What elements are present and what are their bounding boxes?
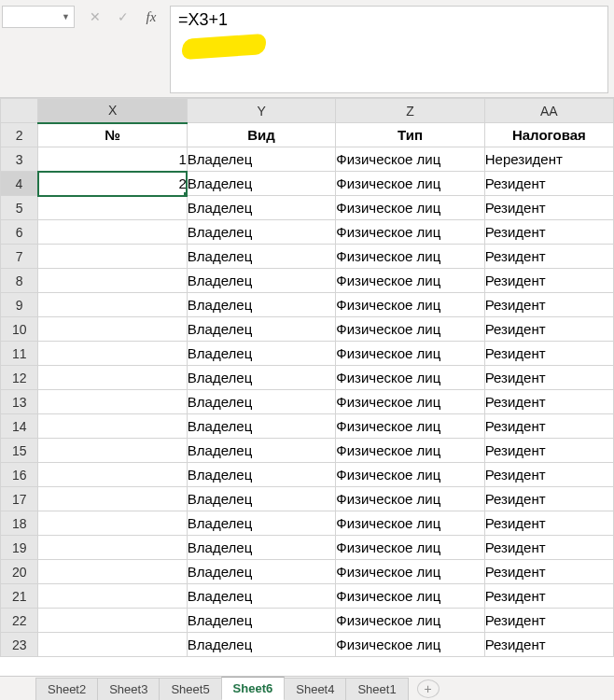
cell[interactable]: Владелец [187, 560, 335, 584]
row-header[interactable]: 15 [1, 439, 38, 463]
cell[interactable]: Владелец [187, 511, 335, 536]
accept-icon[interactable]: ✓ [110, 6, 136, 28]
cell[interactable] [38, 414, 187, 439]
cell[interactable]: Физическое лиц [336, 245, 484, 269]
cell[interactable]: Владелец [187, 342, 335, 366]
cell[interactable]: Вид [187, 123, 335, 147]
cell[interactable] [38, 317, 187, 342]
row-header[interactable]: 10 [1, 317, 38, 342]
row-header[interactable]: 16 [1, 463, 38, 487]
cell[interactable]: Владелец [187, 390, 335, 414]
row-header[interactable]: 12 [1, 366, 38, 390]
cell[interactable]: Резидент [484, 390, 613, 414]
cell[interactable] [38, 439, 187, 463]
cancel-icon[interactable]: ✕ [82, 6, 108, 28]
cell[interactable]: Резидент [484, 196, 613, 220]
column-header-Y[interactable]: Y [187, 99, 335, 123]
cell[interactable]: Резидент [484, 220, 613, 245]
select-all-corner[interactable] [1, 99, 38, 123]
cell[interactable]: Физическое лиц [336, 609, 484, 633]
cell[interactable]: Физическое лиц [336, 317, 484, 342]
cell[interactable]: 2 [38, 172, 187, 196]
row-header[interactable]: 5 [1, 196, 38, 220]
cell[interactable]: Резидент [484, 245, 613, 269]
cell[interactable]: Владелец [187, 269, 335, 293]
cell[interactable]: Физическое лиц [336, 196, 484, 220]
cell[interactable]: Резидент [484, 633, 613, 657]
cell[interactable]: Физическое лиц [336, 269, 484, 293]
cell[interactable]: Резидент [484, 293, 613, 317]
row-header[interactable]: 11 [1, 342, 38, 366]
cell[interactable]: Резидент [484, 342, 613, 366]
row-header[interactable]: 8 [1, 269, 38, 293]
row-header[interactable]: 4 [1, 172, 38, 196]
cell[interactable] [38, 342, 187, 366]
cell[interactable]: Владелец [187, 633, 335, 657]
row-header[interactable]: 23 [1, 633, 38, 657]
cell[interactable]: Физическое лиц [336, 463, 484, 487]
cell[interactable]: Физическое лиц [336, 293, 484, 317]
cell[interactable]: Резидент [484, 560, 613, 584]
row-header[interactable]: 3 [1, 147, 38, 172]
cell[interactable]: Физическое лиц [336, 560, 484, 584]
cell[interactable]: Владелец [187, 245, 335, 269]
cell[interactable]: Резидент [484, 366, 613, 390]
cell[interactable]: Физическое лиц [336, 390, 484, 414]
cell[interactable] [38, 536, 187, 560]
cell[interactable]: Владелец [187, 220, 335, 245]
cell[interactable]: Тип [336, 123, 484, 147]
cell[interactable]: Физическое лиц [336, 147, 484, 172]
cell[interactable] [38, 609, 187, 633]
cell[interactable] [38, 463, 187, 487]
cell[interactable]: Владелец [187, 487, 335, 511]
row-header[interactable]: 20 [1, 560, 38, 584]
cell[interactable]: Налоговая [484, 123, 613, 147]
cell[interactable] [38, 560, 187, 584]
cell[interactable]: Резидент [484, 269, 613, 293]
sheet-tab[interactable]: Sheet4 [284, 678, 346, 700]
cell[interactable]: 1 [38, 147, 187, 172]
cell[interactable]: Владелец [187, 293, 335, 317]
cell[interactable]: Резидент [484, 172, 613, 196]
sheet-tab[interactable]: Sheet6 [221, 677, 286, 700]
sheet-tab[interactable]: Sheet5 [159, 678, 221, 700]
cell[interactable]: Физическое лиц [336, 439, 484, 463]
sheet-tab[interactable]: Sheet2 [35, 678, 98, 700]
fx-icon[interactable]: fx [138, 6, 164, 28]
cell[interactable] [38, 269, 187, 293]
cell[interactable]: Физическое лиц [336, 536, 484, 560]
cell[interactable]: Физическое лиц [336, 511, 484, 536]
cell[interactable]: Владелец [187, 463, 335, 487]
cell[interactable] [38, 366, 187, 390]
cell[interactable]: Резидент [484, 511, 613, 536]
cell[interactable]: Владелец [187, 366, 335, 390]
cell[interactable]: Владелец [187, 317, 335, 342]
cell[interactable] [38, 511, 187, 536]
row-header[interactable]: 9 [1, 293, 38, 317]
column-header-AA[interactable]: AA [484, 99, 613, 123]
row-header[interactable]: 22 [1, 609, 38, 633]
cell[interactable]: Физическое лиц [336, 633, 484, 657]
cell[interactable]: Физическое лиц [336, 366, 484, 390]
cell[interactable] [38, 196, 187, 220]
cell[interactable]: Резидент [484, 317, 613, 342]
cell[interactable] [38, 293, 187, 317]
cell[interactable]: Владелец [187, 584, 335, 609]
row-header[interactable]: 21 [1, 584, 38, 609]
cell[interactable]: Резидент [484, 609, 613, 633]
column-header-X[interactable]: X [38, 99, 187, 123]
cell[interactable]: Резидент [484, 584, 613, 609]
cell[interactable]: Физическое лиц [336, 584, 484, 609]
cell[interactable] [38, 487, 187, 511]
row-header[interactable]: 17 [1, 487, 38, 511]
cell[interactable]: Владелец [187, 439, 335, 463]
sheet-tab[interactable]: Sheet3 [97, 678, 160, 700]
cell[interactable]: Нерезидент [484, 147, 613, 172]
cell[interactable]: Физическое лиц [336, 342, 484, 366]
row-header[interactable]: 14 [1, 414, 38, 439]
cell[interactable] [38, 633, 187, 657]
cell[interactable]: Физическое лиц [336, 414, 484, 439]
add-sheet-button[interactable]: + [417, 679, 440, 698]
row-header[interactable]: 2 [1, 123, 38, 147]
cell[interactable]: Физическое лиц [336, 220, 484, 245]
